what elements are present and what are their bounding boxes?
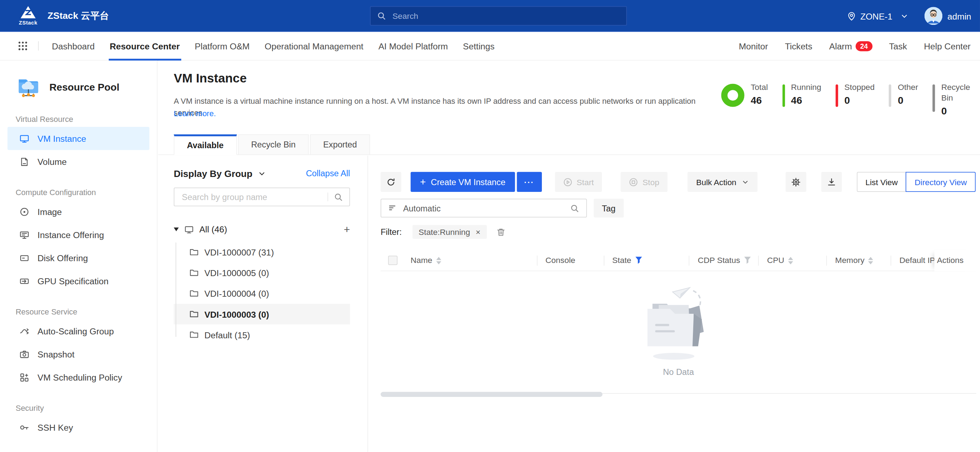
tree-item-vdi-1000003[interactable]: VDI-1000003 (0) [174,304,350,325]
refresh-button[interactable] [380,172,401,192]
tree-item-vdi-1000007[interactable]: VDI-1000007 (31) [174,242,350,263]
directory-view-button[interactable]: Directory View [906,172,975,192]
nav-help-center[interactable]: Help Center [924,41,970,51]
nav-settings[interactable]: Settings [455,32,502,60]
stop-label: Stop [643,177,659,186]
vm-stats: Total 46 Running 46 Stopped 0 [707,83,972,116]
bulk-action-label: Bulk Action [696,177,736,186]
zstack-logo[interactable]: ZStack [16,6,40,25]
tag-button[interactable]: Tag [594,199,624,218]
group-search-input[interactable] [180,191,322,202]
tab-available[interactable]: Available [174,134,237,155]
stop-button[interactable]: Stop [621,172,667,192]
nav-right: Monitor Tickets Alarm 24 Task Help Cente… [739,41,970,51]
apps-grid-icon[interactable] [18,41,27,51]
sidebar-item-snapshot[interactable]: Snapshot [8,342,149,366]
column-memory[interactable]: Memory [827,256,891,266]
user-name[interactable]: admin [947,11,971,21]
column-state[interactable]: State [603,256,689,266]
sidebar-item-label: Instance Offering [38,229,104,239]
nav-operational-management[interactable]: Operational Management [257,32,371,60]
more-actions-button[interactable]: ··· [517,172,541,192]
tab-recycle-bin[interactable]: Recycle Bin [238,134,309,155]
start-button[interactable]: Start [555,172,602,192]
sort-icon[interactable] [788,256,793,264]
nav-dashboard[interactable]: Dashboard [45,32,102,60]
alarm-count-badge: 24 [856,41,872,51]
nav-platform-om[interactable]: Platform O&M [187,32,257,60]
export-download-button[interactable] [821,172,842,192]
nav-alarm[interactable]: Alarm 24 [829,41,872,51]
start-label: Start [577,177,594,186]
nav-task[interactable]: Task [889,41,907,51]
filter-chip-state-running[interactable]: State:Running × [412,225,487,239]
sort-icon[interactable] [868,256,873,264]
select-all-checkbox[interactable] [388,256,397,265]
column-label: CPU [767,256,784,265]
list-view-button[interactable]: List View [857,172,907,192]
user-avatar[interactable] [924,7,942,25]
column-label: Name [411,256,433,265]
settings-button[interactable] [785,172,806,192]
search-icon[interactable] [334,192,343,202]
app-title: ZStack 云平台 [48,10,109,21]
global-search-input[interactable] [391,11,620,21]
sidebar-item-disk-offering[interactable]: Disk Offering [8,246,149,269]
tree-item-vdi-1000004[interactable]: VDI-1000004 (0) [174,283,350,304]
learn-more-link[interactable]: Learn more. [174,110,216,118]
table-search-box[interactable]: Automatic [380,199,587,218]
scrollbar-thumb[interactable] [380,392,602,397]
global-search[interactable] [370,6,627,26]
sidebar-item-image[interactable]: Image [8,200,149,223]
nav-tickets[interactable]: Tickets [785,41,812,51]
plus-icon: + [420,177,426,187]
auto-scaling-icon [19,326,30,336]
tree-item-label: Default (15) [204,330,250,340]
sidebar-item-gpu-specification[interactable]: GPU Specification [8,269,149,293]
sidebar-item-volume[interactable]: Volume [8,150,149,173]
sort-icon[interactable] [436,256,441,264]
sidebar-item-vm-instance[interactable]: VM Instance [8,127,149,150]
page-header: VM Instance A VM instance is a virtual m… [158,61,980,155]
sidebar-item-vm-scheduling-policy[interactable]: VM Scheduling Policy [8,366,149,389]
select-all-cell [380,250,407,271]
section-compute-configuration: Compute Configuration [16,188,157,197]
nav-ai-model-platform[interactable]: AI Model Platform [371,32,455,60]
close-icon[interactable]: × [476,228,480,236]
tab-exported[interactable]: Exported [310,134,370,155]
sidebar-item-label: VM Scheduling Policy [38,372,122,382]
vm-tabs: Available Recycle Bin Exported [174,134,370,155]
column-cdp-status[interactable]: CDP Status [689,256,758,266]
stat-label: Other [898,83,918,93]
sidebar-item-ssh-key[interactable]: SSH Key [8,416,149,439]
nav-resource-center[interactable]: Resource Center [102,32,187,60]
tree-root-all[interactable]: All (46) + [174,222,350,237]
stat-label: Running [791,83,821,93]
zone-selector[interactable]: ZONE-1 [846,11,908,21]
empty-folder-illustration [635,285,722,363]
column-label: Default IP [899,256,934,265]
tree-item-vdi-1000005[interactable]: VDI-1000005 (0) [174,263,350,283]
content: VM Instance A VM instance is a virtual m… [158,61,980,452]
create-vm-instance-button[interactable]: + Create VM Instance [411,172,515,192]
running-bar-icon [782,84,784,107]
sidebar-item-instance-offering[interactable]: Instance Offering [8,223,149,246]
clear-filters-button[interactable] [496,227,505,236]
add-group-button[interactable]: + [344,224,350,235]
column-cpu[interactable]: CPU [758,256,827,266]
horizontal-scrollbar [380,392,976,397]
tree-item-label: VDI-1000007 (31) [204,247,274,257]
nav-monitor[interactable]: Monitor [739,41,768,51]
sidebar-item-auto-scaling-group[interactable]: Auto-Scaling Group [8,320,149,342]
search-icon[interactable] [570,204,579,213]
filter-funnel-icon-active[interactable] [635,256,643,264]
column-name[interactable]: Name [407,256,536,266]
bulk-action-button[interactable]: Bulk Action [687,172,758,192]
filter-funnel-icon[interactable] [744,256,751,264]
filter-lines-icon [388,204,397,213]
collapse-all-link[interactable]: Collapse All [306,169,350,178]
tree-item-default[interactable]: Default (15) [174,325,350,345]
display-by-group-dropdown[interactable]: Display By Group [174,168,266,179]
caret-down-icon[interactable] [174,228,179,231]
group-search[interactable] [174,188,350,207]
